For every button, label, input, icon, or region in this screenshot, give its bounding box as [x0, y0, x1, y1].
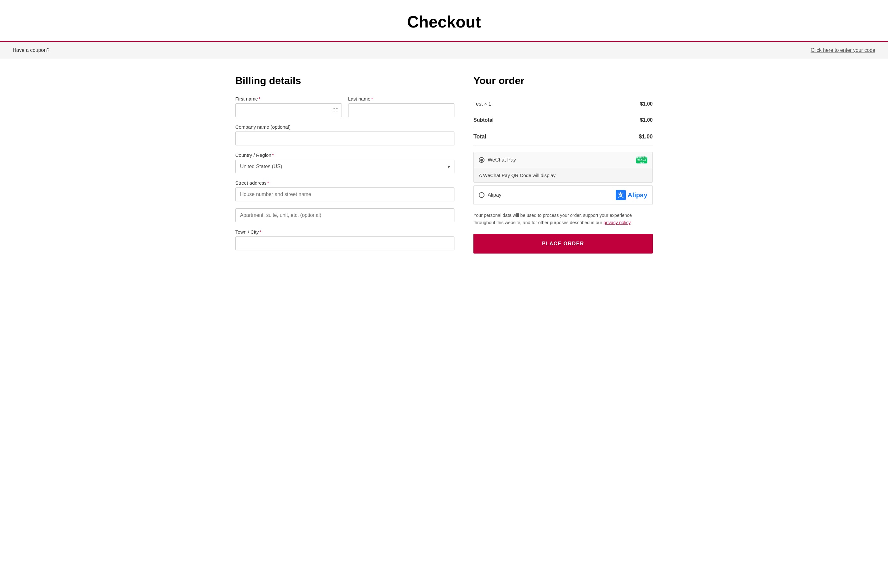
name-row: First name* ☷ Last name* [235, 96, 454, 117]
wechat-pay-info: A WeChat Pay QR Code will display. [474, 168, 652, 182]
country-label: Country / Region* [235, 152, 454, 158]
order-section: Your order Test × 1 $1.00 Subtotal $1.00… [473, 75, 653, 257]
first-name-label: First name* [235, 96, 342, 102]
company-name-label: Company name (optional) [235, 124, 454, 130]
country-select[interactable]: United States (US) [235, 160, 454, 173]
town-city-input[interactable] [235, 237, 454, 250]
order-table: Test × 1 $1.00 Subtotal $1.00 Total $1.0… [473, 96, 653, 146]
first-name-wrapper: ☷ [235, 104, 342, 117]
alipay-label-left: Alipay [479, 192, 502, 198]
billing-title: Billing details [235, 75, 454, 87]
coupon-bar: Have a coupon? Click here to enter your … [0, 42, 888, 59]
wechat-logo: 微信支付 WeChat Pay [636, 156, 648, 164]
street-address-label: Street address* [235, 180, 454, 186]
wechat-pay-label: WeChat Pay [488, 157, 516, 163]
wechat-logo-icon: 微信支付 WeChat Pay [636, 156, 648, 164]
country-select-wrapper: United States (US) [235, 160, 454, 173]
order-title: Your order [473, 75, 653, 87]
order-product-row: Test × 1 $1.00 [473, 96, 653, 112]
total-row: Total $1.00 [473, 128, 653, 146]
street-address-group: Street address* [235, 180, 454, 201]
street-address-input[interactable] [235, 188, 454, 201]
alipay-logo-icon: 支 [616, 190, 626, 200]
wechat-pay-label-left: WeChat Pay [479, 157, 516, 163]
first-name-group: First name* ☷ [235, 96, 342, 117]
town-city-group: Town / City* [235, 229, 454, 250]
alipay-radio[interactable] [479, 192, 484, 198]
total-label-cell: Total [473, 128, 580, 146]
last-name-input[interactable] [348, 104, 455, 117]
apartment-input[interactable] [235, 208, 454, 222]
privacy-policy-link[interactable]: privacy policy [603, 220, 630, 225]
product-price-cell: $1.00 [580, 96, 653, 112]
product-name-cell: Test × 1 [473, 96, 580, 112]
last-name-label: Last name* [348, 96, 455, 102]
alipay-label: Alipay [488, 192, 502, 198]
alipay-option[interactable]: Alipay 支 Alipay [473, 185, 653, 205]
town-city-label: Town / City* [235, 229, 454, 235]
wechat-pay-header[interactable]: WeChat Pay 微信支付 WeChat Pay [474, 152, 652, 168]
place-order-button[interactable]: PLACE ORDER [473, 234, 653, 254]
main-content: Billing details First name* ☷ Last name* [222, 59, 666, 276]
first-name-input[interactable] [235, 104, 342, 117]
company-name-group: Company name (optional) [235, 124, 454, 146]
privacy-text: Your personal data will be used to proce… [473, 212, 653, 226]
country-group: Country / Region* United States (US) [235, 152, 454, 173]
page-title: Checkout [0, 0, 888, 41]
coupon-prompt: Have a coupon? [13, 47, 50, 53]
wechat-pay-option[interactable]: WeChat Pay 微信支付 WeChat Pay A WeChat Pay … [473, 152, 653, 183]
apartment-group [235, 208, 454, 222]
billing-section: Billing details First name* ☷ Last name* [235, 75, 454, 257]
alipay-header[interactable]: Alipay 支 Alipay [474, 186, 652, 204]
wechat-pay-radio[interactable] [479, 157, 484, 163]
total-value-cell: $1.00 [580, 128, 653, 146]
alipay-logo: 支 Alipay [616, 190, 648, 200]
alipay-text: Alipay [628, 191, 648, 199]
last-name-group: Last name* [348, 96, 455, 117]
coupon-link[interactable]: Click here to enter your code [810, 47, 875, 53]
payment-section: WeChat Pay 微信支付 WeChat Pay A WeChat Pay … [473, 152, 653, 205]
subtotal-row: Subtotal $1.00 [473, 112, 653, 128]
subtotal-value-cell: $1.00 [580, 112, 653, 128]
company-name-input[interactable] [235, 132, 454, 146]
subtotal-label-cell: Subtotal [473, 112, 580, 128]
